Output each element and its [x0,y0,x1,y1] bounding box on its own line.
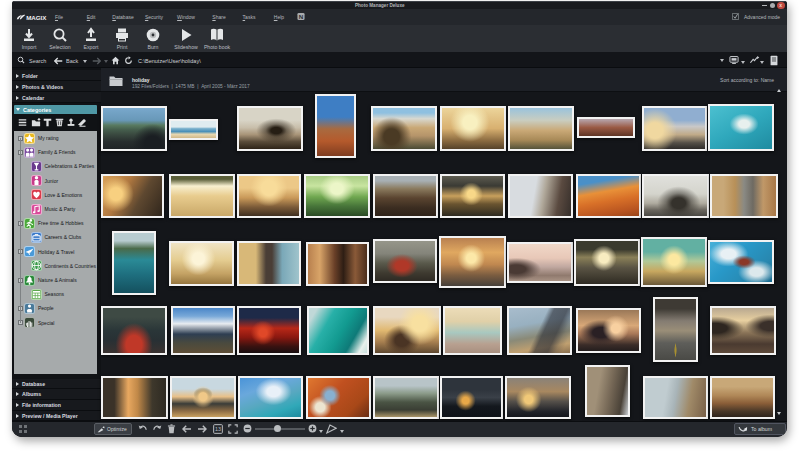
svg-text:N: N [299,13,304,20]
svg-text:13: 13 [215,426,221,432]
